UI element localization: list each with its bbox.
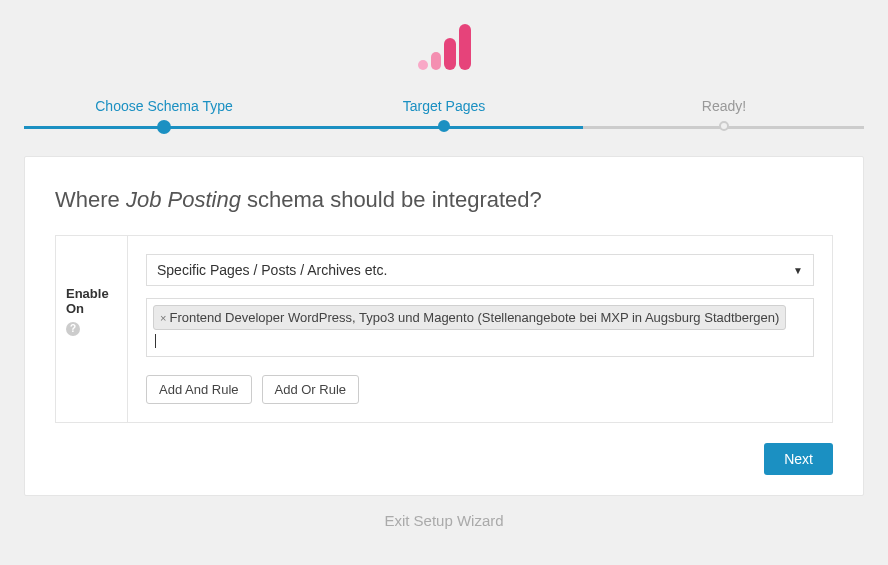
remove-tag-icon[interactable]: × <box>160 312 166 324</box>
rule-label: Enable On ? <box>56 236 128 422</box>
step-ready[interactable]: Ready! <box>584 98 864 124</box>
scope-select[interactable]: Specific Pages / Posts / Archives etc. ▼ <box>146 254 814 286</box>
step-label: Target Pages <box>304 98 584 114</box>
logo <box>24 20 864 70</box>
add-or-rule-button[interactable]: Add Or Rule <box>262 375 360 404</box>
pages-multiselect[interactable]: ×Frontend Developer WordPress, Typo3 und… <box>146 298 814 357</box>
rule-box: Enable On ? Specific Pages / Posts / Arc… <box>55 235 833 423</box>
wizard-stepper: Choose Schema Type Target Pages Ready! <box>24 98 864 124</box>
select-value: Specific Pages / Posts / Archives etc. <box>157 262 387 278</box>
text-cursor <box>155 334 156 348</box>
page-title: Where Job Posting schema should be integ… <box>55 187 833 213</box>
next-button[interactable]: Next <box>764 443 833 475</box>
help-icon[interactable]: ? <box>66 322 80 336</box>
step-target-pages[interactable]: Target Pages <box>304 98 584 124</box>
selected-page-tag: ×Frontend Developer WordPress, Typo3 und… <box>153 305 786 330</box>
step-label: Choose Schema Type <box>24 98 304 114</box>
exit-wizard-link[interactable]: Exit Setup Wizard <box>24 512 864 529</box>
step-choose-schema[interactable]: Choose Schema Type <box>24 98 304 124</box>
chevron-down-icon: ▼ <box>793 265 803 276</box>
step-label: Ready! <box>584 98 864 114</box>
main-card: Where Job Posting schema should be integ… <box>24 156 864 496</box>
add-and-rule-button[interactable]: Add And Rule <box>146 375 252 404</box>
